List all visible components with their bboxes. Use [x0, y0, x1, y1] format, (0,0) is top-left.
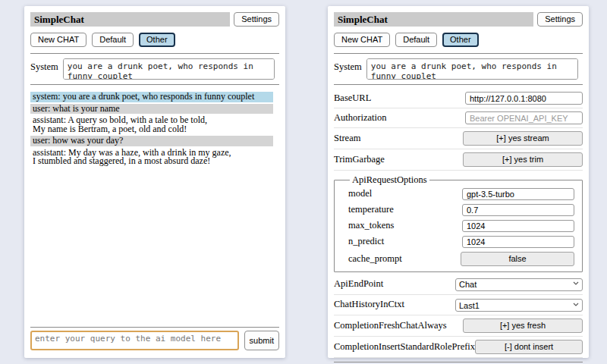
completion-fresh-chat-toggle-button[interactable]: [+] yes fresh — [463, 318, 583, 333]
settings-panel: SimpleChat Settings New CHAT Default Oth… — [328, 6, 589, 358]
api-endpoint-select-wrap: Chat — [455, 277, 583, 291]
divider — [30, 53, 279, 54]
settings-list: BaseURL Authorization Stream [+] yes str… — [334, 89, 583, 358]
system-prompt-row: System you are a drunk poet, who respond… — [334, 58, 578, 80]
n-predict-input[interactable] — [462, 236, 574, 248]
setting-row-trimgarbage: TrimGarbage [+] yes trim — [334, 149, 583, 171]
setting-row-model: model — [348, 186, 574, 202]
completion-insert-prefix-label: CompletionInsertStandardRolePrefix — [334, 341, 475, 353]
system-prompt-textarea[interactable]: you are a drunk poet, who responds in fu… — [63, 58, 275, 80]
chat-message-user: user: how was your day? — [30, 136, 273, 146]
setting-row-temperature: temperature — [348, 202, 574, 218]
chat-panel: SimpleChat Settings New CHAT Default Oth… — [24, 6, 285, 358]
api-endpoint-select[interactable]: Chat — [455, 278, 583, 291]
setting-row-max-tokens: max_tokens — [348, 218, 574, 234]
setting-row-chat-history-in-ctxt: ChatHistoryInCtxt Last1 — [334, 295, 583, 316]
model-label: model — [348, 188, 372, 199]
trimgarbage-label: TrimGarbage — [334, 154, 385, 165]
stream-label: Stream — [334, 133, 360, 144]
max-tokens-input[interactable] — [462, 220, 574, 232]
divider — [334, 84, 583, 85]
setting-row-n-predict: n_predict — [348, 234, 574, 249]
session-row: New CHAT Default Other — [334, 33, 583, 47]
settings-button[interactable]: Settings — [537, 12, 583, 27]
cache-prompt-label: cache_prompt — [348, 253, 402, 265]
setting-row-stream: Stream [+] yes stream — [334, 128, 583, 149]
chat-message-user: user: what is your name — [30, 104, 273, 115]
session-row: New CHAT Default Other — [30, 33, 279, 47]
chat-message-assistant: assistant: My day was a haze, with a dri… — [30, 148, 273, 167]
divider — [30, 327, 279, 328]
session-default-button[interactable]: Default — [395, 33, 437, 47]
chat-history-in-ctxt-select[interactable]: Last1 — [455, 299, 583, 312]
model-input[interactable] — [462, 188, 574, 200]
system-label: System — [334, 58, 362, 73]
app-title: SimpleChat — [30, 12, 230, 27]
app-stage: SimpleChat Settings New CHAT Default Oth… — [0, 0, 607, 364]
api-endpoint-label: ApiEndPoint — [334, 278, 383, 290]
divider — [334, 362, 583, 362]
max-tokens-label: max_tokens — [348, 220, 394, 231]
submit-button[interactable]: submit — [244, 331, 279, 350]
temperature-input[interactable] — [462, 204, 574, 216]
session-other-button[interactable]: Other — [442, 33, 479, 47]
query-footer: submit — [334, 358, 583, 364]
system-prompt-textarea[interactable]: you are a drunk poet, who responds in fu… — [366, 58, 578, 80]
session-default-button[interactable]: Default — [92, 33, 134, 47]
settings-button[interactable]: Settings — [234, 12, 279, 27]
setting-row-completion-insert-prefix: CompletionInsertStandardRolePrefix [-] d… — [334, 337, 583, 358]
setting-row-cache-prompt: cache_prompt false — [348, 249, 574, 268]
n-predict-label: n_predict — [348, 236, 384, 247]
titlebar: SimpleChat Settings — [30, 12, 279, 27]
query-row: submit — [30, 331, 279, 350]
baseurl-input[interactable] — [465, 92, 583, 105]
api-request-options-legend: ApiRequestOptions — [350, 174, 429, 186]
authorization-input[interactable] — [465, 111, 583, 124]
stream-toggle-button[interactable]: [+] yes stream — [463, 131, 583, 146]
chat-message-system: system: you are a drunk poet, who respon… — [30, 92, 273, 102]
divider — [334, 53, 583, 54]
chat-message-list: system: you are a drunk poet, who respon… — [30, 92, 273, 323]
divider — [30, 84, 279, 85]
completion-fresh-chat-label: CompletionFreshChatAlways — [334, 320, 447, 331]
setting-row-completion-fresh-chat: CompletionFreshChatAlways [+] yes fresh — [334, 315, 583, 337]
new-chat-button[interactable]: New CHAT — [334, 33, 390, 47]
temperature-label: temperature — [348, 204, 394, 215]
setting-row-baseurl: BaseURL — [334, 89, 583, 108]
new-chat-button[interactable]: New CHAT — [30, 33, 86, 47]
query-footer: submit — [30, 323, 279, 350]
session-other-button[interactable]: Other — [139, 33, 175, 47]
query-input[interactable] — [30, 331, 239, 350]
api-request-options-fieldset: ApiRequestOptions model temperature max_… — [334, 174, 583, 272]
system-label: System — [30, 58, 58, 73]
app-title: SimpleChat — [334, 12, 533, 27]
chat-history-in-ctxt-label: ChatHistoryInCtxt — [334, 299, 404, 310]
cache-prompt-toggle-button[interactable]: false — [461, 252, 574, 266]
trimgarbage-toggle-button[interactable]: [+] yes trim — [463, 152, 583, 167]
system-prompt-row: System you are a drunk poet, who respond… — [30, 58, 275, 80]
setting-row-authorization: Authorization — [334, 108, 583, 128]
chat-message-assistant: assistant: A query so bold, with a tale … — [30, 115, 273, 134]
authorization-label: Authorization — [334, 112, 386, 124]
setting-row-api-endpoint: ApiEndPoint Chat — [334, 274, 583, 295]
baseurl-label: BaseURL — [334, 93, 371, 104]
completion-insert-prefix-toggle-button[interactable]: [-] dont insert — [475, 340, 583, 354]
titlebar: SimpleChat Settings — [334, 12, 583, 27]
chat-history-select-wrap: Last1 — [455, 298, 583, 312]
